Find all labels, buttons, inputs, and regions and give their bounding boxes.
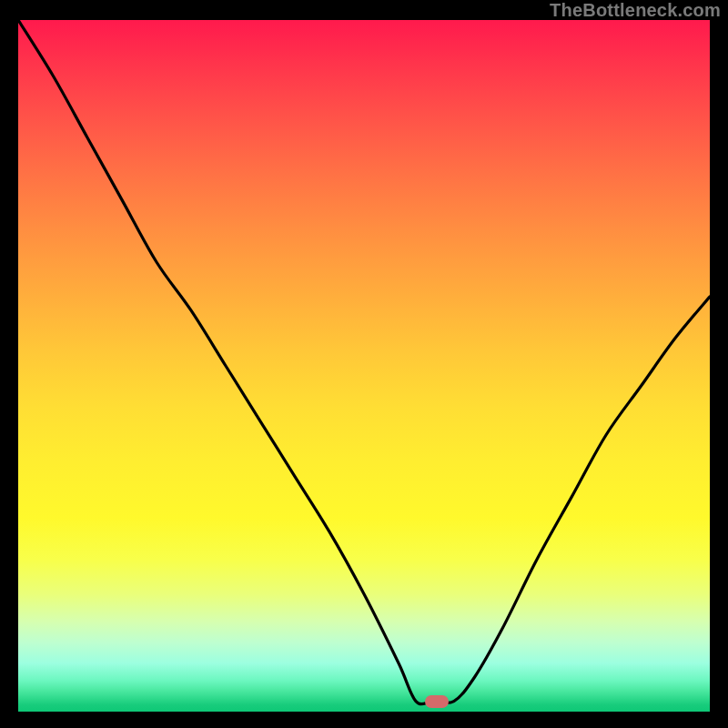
watermark-text: TheBottleneck.com [550, 0, 721, 21]
bottleneck-curve [18, 20, 710, 712]
plot-area [18, 20, 710, 712]
chart-frame: TheBottleneck.com [0, 0, 728, 728]
optimal-marker [425, 695, 449, 708]
